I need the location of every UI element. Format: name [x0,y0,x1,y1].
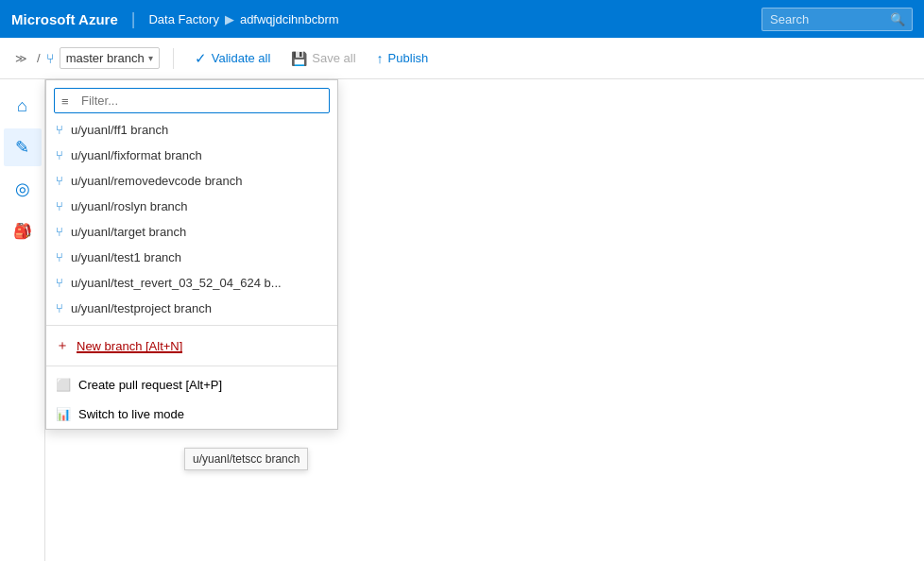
breadcrumb-arrow: ▶ [225,12,234,26]
branch-item-label: u/yuanl/target branch [71,225,186,239]
branch-list: ⑂ u/yuanl/ff1 branch ⑂ u/yuanl/fixformat… [46,117,337,321]
branch-item-label: u/yuanl/ff1 branch [71,123,168,137]
branch-item-label: u/yuanl/removedevcode branch [71,174,242,188]
save-label: Save all [312,51,355,65]
branch-item-icon: ⑂ [56,276,63,290]
publish-button[interactable]: ↑ Publish [369,47,436,70]
breadcrumb-item-1[interactable]: Data Factory [148,12,218,26]
home-icon: ⌂ [17,96,27,116]
sidebar-item-monitor[interactable]: ◎ [4,170,42,208]
pull-request-icon: ⬜ [56,378,71,392]
manage-icon: 🎒 [13,222,32,240]
breadcrumb: Data Factory ▶ adfwqjdcihnbcbrm [148,12,338,26]
branch-name-label: master branch [66,51,145,65]
validate-all-button[interactable]: ✓ Validate all [187,46,279,71]
switch-live-mode-action[interactable]: 📊 Switch to live mode [46,400,337,429]
edit-icon: ✎ [15,137,29,158]
nav-divider: | [131,9,136,29]
toolbar: ≫ / ⑂ master branch ▾ ✓ Validate all 💾 S… [0,38,924,79]
branch-item-icon: ⑂ [56,301,63,315]
branch-item[interactable]: ⑂ u/yuanl/test1 branch [46,245,337,270]
branch-item[interactable]: ⑂ u/yuanl/removedevcode branch [46,168,337,194]
create-pull-request-action[interactable]: ⬜ Create pull request [Alt+P] [46,370,337,400]
save-icon: 💾 [291,51,307,66]
validate-label: Validate all [212,51,271,65]
dropdown-divider-1 [46,325,337,326]
new-branch-action[interactable]: ＋ New branch [Alt+N] [46,330,337,362]
search-icon: 🔍 [890,12,905,26]
sidebar-item-manage[interactable]: 🎒 [4,212,42,249]
azure-logo: Microsoft Azure [11,11,118,27]
branch-dropdown-panel: ≡ ⑂ u/yuanl/ff1 branch ⑂ u/yuanl/fixform… [45,79,338,430]
live-mode-icon: 📊 [56,407,71,421]
pull-request-label: Create pull request [Alt+P] [78,378,222,392]
chevron-down-icon: ▾ [148,53,153,63]
branch-selector[interactable]: master branch ▾ [60,47,160,69]
sidebar-item-edit[interactable]: ✎ [4,128,42,166]
branch-item-icon: ⑂ [56,225,63,239]
filter-icon: ≡ [61,94,69,109]
tooltip-text: u/yuanl/tetscc branch [193,452,299,466]
toolbar-left: ≫ / ⑂ master branch ▾ ✓ Validate all 💾 S… [11,46,436,71]
breadcrumb-item-2[interactable]: adfwqjdcihnbcbrm [240,12,339,26]
publish-label: Publish [388,51,429,65]
sidebar-icons: ⌂ ✎ ◎ 🎒 [0,79,45,561]
branch-item[interactable]: ⑂ u/yuanl/roslyn branch [46,194,337,219]
branch-item-label: u/yuanl/roslyn branch [71,199,188,213]
publish-icon: ↑ [377,51,384,66]
dropdown-divider-2 [46,366,337,366]
filter-input-wrap: ≡ [46,80,337,117]
branch-item[interactable]: ⑂ u/yuanl/ff1 branch [46,117,337,143]
new-branch-label: New branch [Alt+N] [77,339,182,353]
save-all-button[interactable]: 💾 Save all [283,47,363,70]
branch-item[interactable]: ⑂ u/yuanl/target branch [46,219,337,245]
branch-item-label: u/yuanl/test1 branch [71,250,181,264]
new-branch-icon: ＋ [56,337,69,354]
slash-separator: / [37,51,41,65]
branch-item[interactable]: ⑂ u/yuanl/test_revert_03_52_04_624 b... [46,270,337,296]
monitor-icon: ◎ [15,178,30,199]
branch-item-label: u/yuanl/fixformat branch [71,148,202,162]
branch-item-icon: ⑂ [56,148,63,162]
validate-icon: ✓ [195,50,207,67]
toolbar-separator [173,48,174,69]
branch-item-icon: ⑂ [56,174,63,188]
top-nav-bar: Microsoft Azure | Data Factory ▶ adfwqjd… [0,0,924,38]
branch-item[interactable]: ⑂ u/yuanl/testproject branch [46,296,337,321]
branch-tooltip: u/yuanl/tetscc branch [184,448,308,470]
branch-item-label: u/yuanl/test_revert_03_52_04_624 b... [71,276,282,290]
branch-item-icon: ⑂ [56,199,63,213]
filter-input[interactable] [54,88,330,113]
branch-item-icon: ⑂ [56,250,63,264]
switch-live-label: Switch to live mode [78,407,184,421]
sidebar-item-home[interactable]: ⌂ [4,87,42,125]
branch-icon-toolbar: ⑂ [46,51,54,66]
expand-icon[interactable]: ≫ [11,48,31,69]
search-container: 🔍 [761,8,913,31]
branch-item-label: u/yuanl/testproject branch [71,301,212,315]
branch-item[interactable]: ⑂ u/yuanl/fixformat branch [46,143,337,168]
branch-item-icon: ⑂ [56,123,63,137]
